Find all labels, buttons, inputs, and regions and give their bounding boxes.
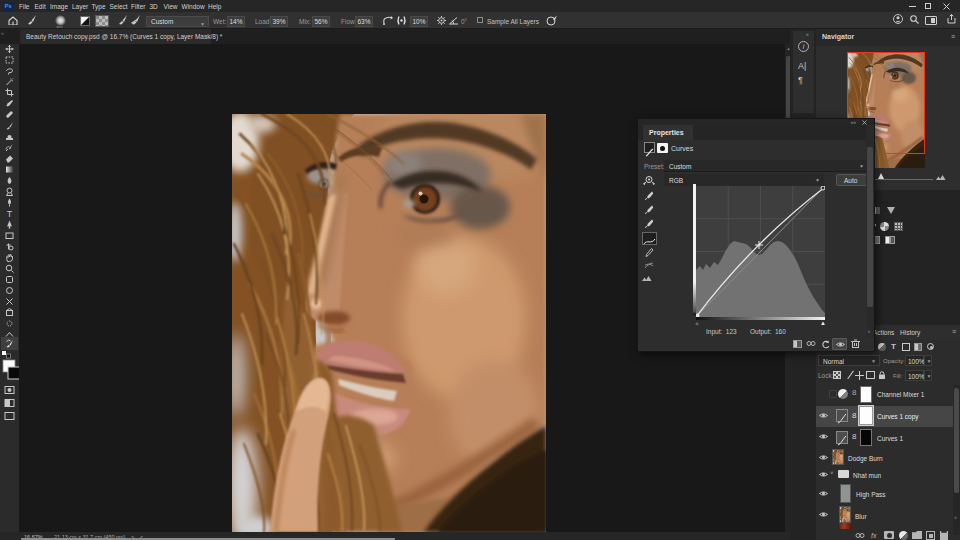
svg-text:T: T bbox=[7, 209, 13, 219]
